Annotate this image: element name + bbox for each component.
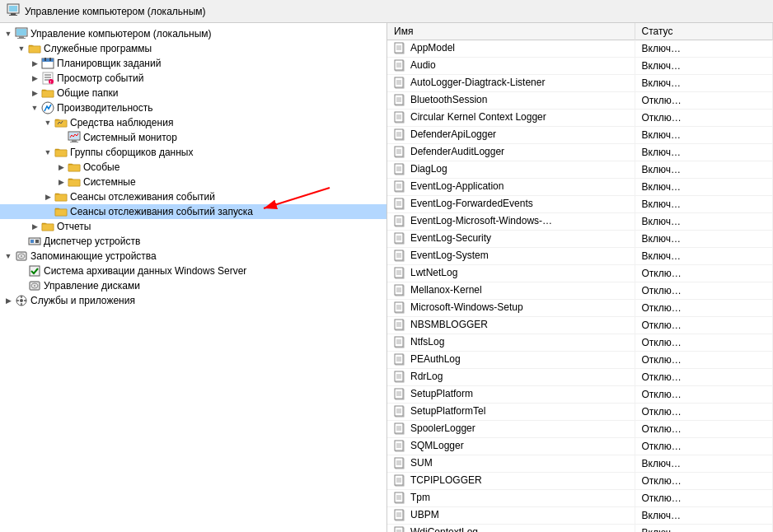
tree-item-storage[interactable]: ▼ Запоминающие устройства: [0, 249, 386, 264]
table-row[interactable]: EventLog-ApplicationВключ…: [387, 179, 773, 196]
tree-item-eventsessions[interactable]: ▶ Сеансы отслеживания событий: [0, 189, 386, 204]
table-row[interactable]: Circular Kernel Context LoggerОтклю…: [387, 110, 773, 127]
svg-rect-7: [16, 29, 26, 35]
tree-item-diskmgmt[interactable]: Управление дисками: [0, 278, 386, 293]
table-row[interactable]: EventLog-SystemВключ…: [387, 248, 773, 265]
row-icon: [394, 526, 410, 532]
expand-icon[interactable]: ▶: [2, 294, 15, 307]
cell-status: Включ…: [635, 144, 773, 161]
table-row[interactable]: AutoLogger-Diagtrack-ListenerВключ…: [387, 75, 773, 92]
expand-icon[interactable]: ▼: [2, 27, 15, 40]
cell-status: Включ…: [635, 507, 773, 525]
table-row[interactable]: BluetoothSessionОтклю…: [387, 92, 773, 110]
table-row[interactable]: LwtNetLogОтклю…: [387, 265, 773, 282]
cell-name-text: Microsoft-Windows-Setup: [410, 301, 523, 313]
tree-item-system[interactable]: ▶ Системные: [0, 175, 386, 189]
svg-rect-24: [70, 142, 78, 142]
tree-item-root[interactable]: ▼ Управление компьютером (локальным): [0, 26, 386, 41]
table-row[interactable]: EventLog-Microsoft-Windows-…Включ…: [387, 213, 773, 231]
tree-item-utilities[interactable]: ▼ Служебные программы: [0, 41, 386, 56]
table-row[interactable]: UBPMВключ…: [387, 507, 773, 525]
tree-item-services[interactable]: ▶ Службы и приложения: [0, 293, 386, 308]
cell-name-text: DefenderAuditLogger: [410, 146, 504, 157]
table-row[interactable]: SQMLoggerОтклю…: [387, 438, 773, 455]
tree-label-reports: Отчеты: [57, 221, 91, 232]
calendar-icon: [41, 57, 54, 70]
column-name[interactable]: Имя: [387, 23, 635, 40]
cell-status: Отклю…: [635, 317, 773, 334]
table-row[interactable]: EventLog-SecurityВключ…: [387, 231, 773, 248]
cell-name-text: NBSMBLOGGER: [410, 319, 488, 330]
tree-item-wsbak[interactable]: Система архивации данных Windows Server: [0, 264, 386, 278]
expand-icon[interactable]: ▶: [28, 86, 41, 100]
expand-icon[interactable]: ▶: [28, 57, 41, 70]
expand-icon[interactable]: ▶: [28, 220, 41, 233]
row-icon: [394, 198, 410, 209]
table-row[interactable]: PEAuthLogОтклю…: [387, 352, 773, 369]
tree-item-perf[interactable]: ▼ Производительность: [0, 100, 386, 115]
table-row[interactable]: AudioВключ…: [387, 58, 773, 75]
table-row[interactable]: SetupPlatformTelОтклю…: [387, 404, 773, 421]
cell-status: Включ…: [635, 231, 773, 248]
row-icon: [394, 319, 410, 330]
tree-item-reports[interactable]: ▶ Отчеты: [0, 219, 386, 234]
expand-icon[interactable]: ▶: [54, 161, 68, 174]
cell-status: Отклю…: [635, 369, 773, 386]
expand-icon[interactable]: ▼: [28, 101, 41, 114]
cell-status: Отклю…: [635, 300, 773, 317]
column-status[interactable]: Статус: [635, 23, 773, 40]
table-row[interactable]: RdrLogОтклю…: [387, 369, 773, 386]
cell-name: LwtNetLog: [387, 265, 635, 282]
cell-name: UBPM: [387, 507, 635, 525]
cell-name-text: Mellanox-Kernel: [410, 284, 482, 296]
cell-status: Отклю…: [635, 352, 773, 369]
table-row[interactable]: WdiContextLogВключ…: [387, 525, 773, 533]
tree-item-eventvwr[interactable]: ▶ ! Просмотр событий: [0, 71, 386, 86]
expand-icon[interactable]: ▶: [41, 190, 54, 203]
expand-icon[interactable]: ▼: [41, 116, 54, 129]
expand-spacer: [54, 131, 68, 144]
cell-name-text: EventLog-System: [410, 250, 489, 261]
table-row[interactable]: DiagLogВключ…: [387, 161, 773, 179]
tree-label-services: Службы и приложения: [30, 295, 135, 306]
tree-item-devmgr[interactable]: Диспетчер устройств: [0, 234, 386, 249]
cell-status: Включ…: [635, 58, 773, 75]
table-row[interactable]: NtfsLogОтклю…: [387, 334, 773, 352]
table-row[interactable]: Mellanox-KernelОтклю…: [387, 282, 773, 300]
table-row[interactable]: Microsoft-Windows-SetupОтклю…: [387, 300, 773, 317]
table-row[interactable]: EventLog-ForwardedEventsВключ…: [387, 196, 773, 213]
services-icon: [15, 294, 28, 307]
table-row[interactable]: AppModelВключ…: [387, 40, 773, 58]
expand-icon[interactable]: ▶: [28, 72, 41, 85]
cell-name: DefenderApiLogger: [387, 127, 635, 144]
tree-item-datacollectors[interactable]: ▼ Группы сборщиков данных: [0, 145, 386, 160]
table-row[interactable]: DefenderApiLoggerВключ…: [387, 127, 773, 144]
expand-icon[interactable]: ▼: [2, 250, 15, 263]
table-row[interactable]: SetupPlatformОтклю…: [387, 386, 773, 404]
expand-icon[interactable]: ▶: [54, 175, 68, 189]
cell-status: Отклю…: [635, 334, 773, 352]
table-row[interactable]: TCPIPLOGGERОтклю…: [387, 473, 773, 490]
cell-status: Включ…: [635, 179, 773, 196]
data-table: Имя Статус AppModelВключ… AudioВключ… Au…: [387, 23, 773, 532]
storage-icon: [15, 250, 28, 263]
table-row[interactable]: SpoolerLoggerОтклю…: [387, 421, 773, 438]
table-row[interactable]: TpmОтклю…: [387, 490, 773, 507]
table-row[interactable]: DefenderAuditLoggerВключ…: [387, 144, 773, 161]
cell-name-text: NtfsLog: [410, 336, 444, 348]
expand-icon[interactable]: ▼: [15, 42, 28, 55]
table-row[interactable]: SUMВключ…: [387, 455, 773, 473]
left-panel[interactable]: ▼ Управление компьютером (локальным) ▼: [0, 23, 387, 532]
tree-item-monitors[interactable]: ▼ Средства наблюдения: [0, 115, 386, 130]
main-container: ▼ Управление компьютером (локальным) ▼: [0, 23, 773, 532]
tree-label-datacollectors: Группы сборщиков данных: [70, 147, 193, 158]
tree-item-special[interactable]: ▶ Особые: [0, 160, 386, 175]
table-row[interactable]: NBSMBLOGGERОтклю…: [387, 317, 773, 334]
expand-icon[interactable]: ▼: [41, 146, 54, 159]
tree-item-sysmon[interactable]: Системный монитор: [0, 130, 386, 145]
tree-label-devmgr: Диспетчер устройств: [44, 236, 140, 247]
tree-item-startupsessions[interactable]: Сеансы отслеживания событий запуска: [0, 204, 386, 219]
tree-item-folders[interactable]: ▶ Общие папки: [0, 86, 386, 100]
tree-item-tasksch[interactable]: ▶ Планировщик заданий: [0, 56, 386, 71]
cell-name-text: SetupPlatformTel: [410, 405, 485, 417]
